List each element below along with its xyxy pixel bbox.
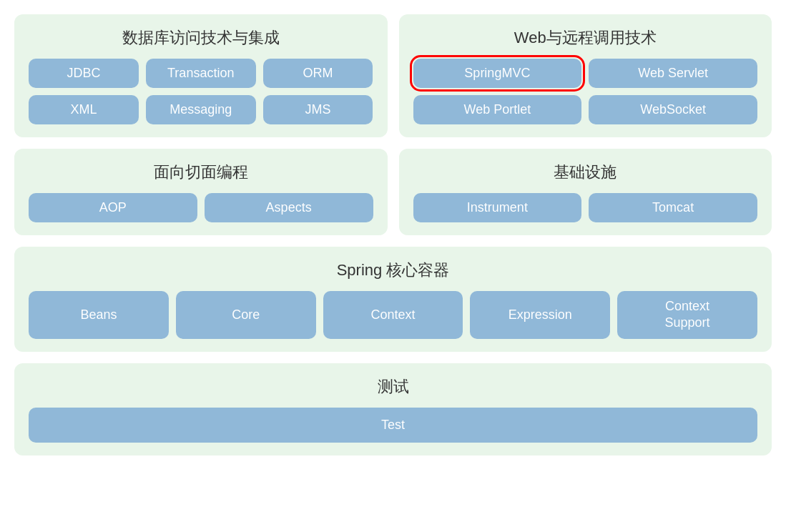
core-section: Spring 核心容器 Beans Core Context Expressio… xyxy=(14,247,772,352)
aop-title: 面向切面编程 xyxy=(29,162,373,183)
core-grid: Beans Core Context Expression ContextSup… xyxy=(29,291,757,339)
web-title: Web与远程调用技术 xyxy=(413,27,758,49)
chip-instrument[interactable]: Instrument xyxy=(413,193,582,222)
chip-xml[interactable]: XML xyxy=(29,95,139,124)
chip-expression[interactable]: Expression xyxy=(470,291,610,339)
chip-springmvc[interactable]: SpringMVC xyxy=(413,59,582,88)
chip-webportlet[interactable]: Web Portlet xyxy=(413,95,582,124)
aop-section: 面向切面编程 AOP Aspects xyxy=(14,149,388,235)
core-title: Spring 核心容器 xyxy=(29,260,757,281)
chip-aspects[interactable]: Aspects xyxy=(205,193,373,222)
infra-title: 基础设施 xyxy=(413,162,758,183)
db-grid: JDBC Transaction ORM XML Messaging JMS xyxy=(29,59,373,124)
test-section: 测试 Test xyxy=(14,363,772,455)
db-title: 数据库访问技术与集成 xyxy=(29,27,373,49)
chip-tomcat[interactable]: Tomcat xyxy=(589,193,757,222)
db-section: 数据库访问技术与集成 JDBC Transaction ORM XML Mess… xyxy=(14,14,388,137)
mid-row: 面向切面编程 AOP Aspects 基础设施 Instrument Tomca… xyxy=(14,149,772,235)
infra-grid: Instrument Tomcat xyxy=(413,193,758,222)
web-section: Web与远程调用技术 SpringMVC Web Servlet Web Por… xyxy=(399,14,772,137)
chip-context-support[interactable]: ContextSupport xyxy=(617,291,757,339)
aop-grid: AOP Aspects xyxy=(29,193,373,222)
chip-webservlet[interactable]: Web Servlet xyxy=(589,59,757,88)
chip-core[interactable]: Core xyxy=(176,291,316,339)
chip-jdbc[interactable]: JDBC xyxy=(29,59,139,88)
web-grid: SpringMVC Web Servlet Web Portlet WebSoc… xyxy=(413,59,758,124)
top-row: 数据库访问技术与集成 JDBC Transaction ORM XML Mess… xyxy=(14,14,772,137)
chip-context[interactable]: Context xyxy=(323,291,463,339)
chip-aop[interactable]: AOP xyxy=(29,193,197,222)
chip-test[interactable]: Test xyxy=(29,408,757,443)
chip-messaging[interactable]: Messaging xyxy=(146,95,256,124)
chip-transaction[interactable]: Transaction xyxy=(146,59,256,88)
chip-orm[interactable]: ORM xyxy=(263,59,373,88)
chip-websocket[interactable]: WebSocket xyxy=(589,95,757,124)
test-grid: Test xyxy=(29,408,757,443)
infra-section: 基础设施 Instrument Tomcat xyxy=(399,149,772,235)
chip-beans[interactable]: Beans xyxy=(29,291,169,339)
chip-jms[interactable]: JMS xyxy=(263,95,373,124)
test-title: 测试 xyxy=(29,376,757,398)
